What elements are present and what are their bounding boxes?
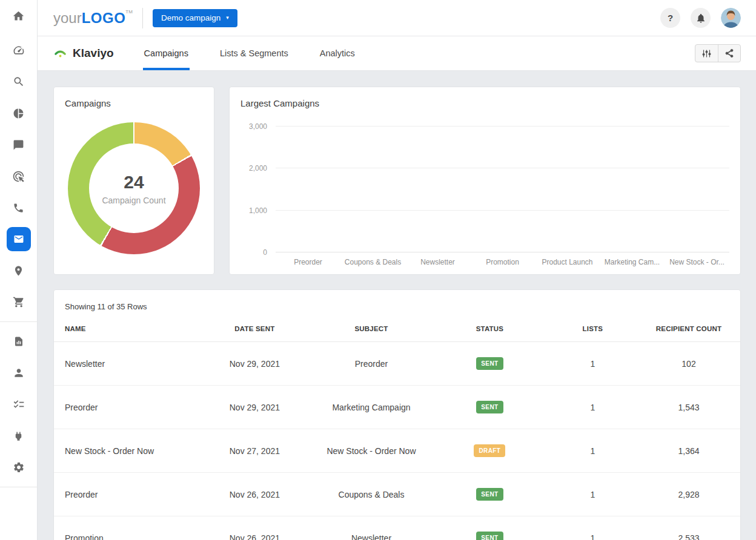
ads-click-icon bbox=[12, 170, 25, 183]
column-header-date-sent[interactable]: DATE SENT bbox=[198, 317, 311, 342]
campaign-selector-button[interactable]: Demo campaign ▾ bbox=[153, 9, 237, 27]
cell-lists: 1 bbox=[548, 516, 637, 540]
table-row[interactable]: PreorderNov 29, 2021Marketing CampaignSE… bbox=[54, 386, 740, 429]
sidebar-item-search[interactable] bbox=[0, 66, 37, 97]
cell-recipient-count: 1,543 bbox=[637, 386, 740, 429]
report-icon bbox=[13, 336, 24, 347]
gridline: 0 bbox=[276, 252, 729, 252]
sidebar-item-email[interactable] bbox=[0, 223, 37, 255]
help-button[interactable]: ? bbox=[660, 8, 680, 28]
share-button[interactable] bbox=[718, 45, 740, 62]
column-header-name[interactable]: NAME bbox=[54, 317, 198, 342]
user-icon bbox=[13, 367, 25, 379]
cell-subject: Coupons & Deals bbox=[311, 473, 431, 516]
cell-name: Preorder bbox=[54, 386, 198, 429]
sidebar-item-dashboard[interactable] bbox=[0, 35, 37, 66]
table-row[interactable]: New Stock - Order NowNov 27, 2021New Sto… bbox=[54, 429, 740, 473]
brand-name: Klaviyo bbox=[73, 47, 114, 60]
campaigns-donut-card: Campaigns 24 Campaign Count bbox=[53, 87, 214, 275]
cell-date-sent: Nov 27, 2021 bbox=[198, 429, 311, 473]
cell-name: Newsletter bbox=[54, 342, 198, 386]
bar-chart-x-labels: PreorderCoupons & DealsNewsletterPromoti… bbox=[276, 258, 729, 266]
cart-icon bbox=[13, 296, 25, 308]
sidebar-item-calls[interactable] bbox=[0, 192, 37, 223]
header-divider bbox=[142, 8, 143, 28]
logo-text-your: your bbox=[53, 10, 82, 26]
sidebar-item-reports[interactable] bbox=[0, 97, 37, 129]
sidebar-item-settings[interactable] bbox=[0, 452, 37, 483]
donut-card-title: Campaigns bbox=[54, 87, 214, 108]
pie-chart-icon bbox=[13, 108, 24, 119]
cell-subject: Preorder bbox=[311, 342, 431, 386]
campaign-selector-label: Demo campaign bbox=[161, 13, 220, 22]
x-axis-category-label: Product Launch bbox=[535, 258, 600, 266]
sidebar bbox=[0, 0, 38, 540]
table-row[interactable]: PromotionNov 26, 2021NewsletterSENT12,53… bbox=[54, 516, 740, 540]
cell-recipient-count: 2,533 bbox=[637, 516, 740, 540]
logo-trademark: TM bbox=[125, 9, 133, 15]
tab-campaigns[interactable]: Campaigns bbox=[128, 36, 204, 70]
plug-icon bbox=[13, 430, 24, 442]
sidebar-item-contacts[interactable] bbox=[0, 357, 37, 389]
status-badge: DRAFT bbox=[474, 444, 505, 457]
status-badge: SENT bbox=[476, 401, 503, 413]
donut-center: 24 Campaign Count bbox=[89, 143, 179, 233]
cell-status: SENT bbox=[431, 386, 548, 429]
sidebar-item-home[interactable] bbox=[0, 0, 37, 31]
campaign-donut-chart[interactable]: 24 Campaign Count bbox=[68, 122, 200, 254]
x-axis-category-label: New Stock - Or... bbox=[665, 258, 729, 266]
cell-name: Preorder bbox=[54, 473, 198, 516]
klaviyo-brand: Klaviyo bbox=[53, 36, 114, 70]
sidebar-item-integrations[interactable] bbox=[0, 420, 37, 452]
filter-button[interactable] bbox=[695, 45, 718, 62]
dashboard-icon bbox=[13, 44, 25, 56]
campaigns-table-card: Showing 11 of 35 Rows NAME DATE SENT SUB… bbox=[53, 289, 741, 540]
sidebar-divider bbox=[0, 487, 37, 487]
column-header-subject[interactable]: SUBJECT bbox=[311, 317, 431, 342]
table-row-count-summary: Showing 11 of 35 Rows bbox=[54, 290, 740, 311]
sidebar-divider bbox=[0, 321, 37, 322]
cell-subject: New Stock - Order Now bbox=[311, 429, 431, 473]
column-header-recipient-count[interactable]: RECIPIENT COUNT bbox=[637, 317, 740, 342]
avatar[interactable] bbox=[721, 8, 741, 28]
chat-icon bbox=[13, 139, 24, 151]
top-header: yourLOGOTM Demo campaign ▾ ? bbox=[38, 0, 756, 36]
chevron-down-icon: ▾ bbox=[226, 15, 229, 21]
cell-date-sent: Nov 29, 2021 bbox=[198, 342, 311, 386]
table-header-row: NAME DATE SENT SUBJECT STATUS LISTS RECI… bbox=[54, 317, 740, 342]
sidebar-item-analytics-report[interactable] bbox=[0, 326, 37, 357]
tab-lists-segments[interactable]: Lists & Segments bbox=[204, 36, 304, 70]
cell-date-sent: Nov 26, 2021 bbox=[198, 516, 311, 540]
x-axis-category-label: Promotion bbox=[470, 258, 535, 266]
notifications-button[interactable] bbox=[691, 8, 711, 28]
column-header-lists[interactable]: LISTS bbox=[548, 317, 637, 342]
gear-icon bbox=[13, 461, 25, 473]
app-tabs: Campaigns Lists & Segments Analytics bbox=[128, 36, 371, 70]
cell-status: DRAFT bbox=[431, 429, 548, 473]
home-icon bbox=[12, 10, 25, 22]
sidebar-item-tasks[interactable] bbox=[0, 389, 37, 420]
table-row[interactable]: PreorderNov 26, 2021Coupons & DealsSENT1… bbox=[54, 473, 740, 516]
sidebar-item-ecommerce[interactable] bbox=[0, 286, 37, 318]
sidebar-item-locations[interactable] bbox=[0, 255, 37, 286]
cell-lists: 1 bbox=[548, 342, 637, 386]
cell-recipient-count: 2,928 bbox=[637, 473, 740, 516]
y-axis-tick-label: 2,000 bbox=[240, 164, 267, 173]
cell-date-sent: Nov 29, 2021 bbox=[198, 386, 311, 429]
table-row[interactable]: NewsletterNov 29, 2021PreorderSENT1102 bbox=[54, 342, 740, 386]
largest-campaigns-card: Largest Campaigns 01,0002,0003,000 Preor… bbox=[229, 87, 741, 275]
y-axis-tick-label: 0 bbox=[240, 248, 267, 257]
klaviyo-app-bar: Klaviyo Campaigns Lists & Segments Analy… bbox=[38, 36, 756, 71]
status-badge: SENT bbox=[476, 488, 503, 501]
location-icon bbox=[13, 265, 24, 277]
phone-icon bbox=[13, 202, 24, 214]
x-axis-category-label: Preorder bbox=[276, 258, 340, 266]
tab-analytics[interactable]: Analytics bbox=[304, 36, 371, 70]
cell-status: SENT bbox=[431, 473, 548, 516]
sidebar-item-chat[interactable] bbox=[0, 129, 37, 160]
sidebar-item-campaign-tracking[interactable] bbox=[0, 160, 37, 192]
cell-recipient-count: 102 bbox=[637, 342, 740, 386]
bar-chart: 01,0002,0003,000 PreorderCoupons & Deals… bbox=[240, 126, 729, 252]
column-header-status[interactable]: STATUS bbox=[431, 317, 548, 342]
cell-lists: 1 bbox=[548, 386, 637, 429]
